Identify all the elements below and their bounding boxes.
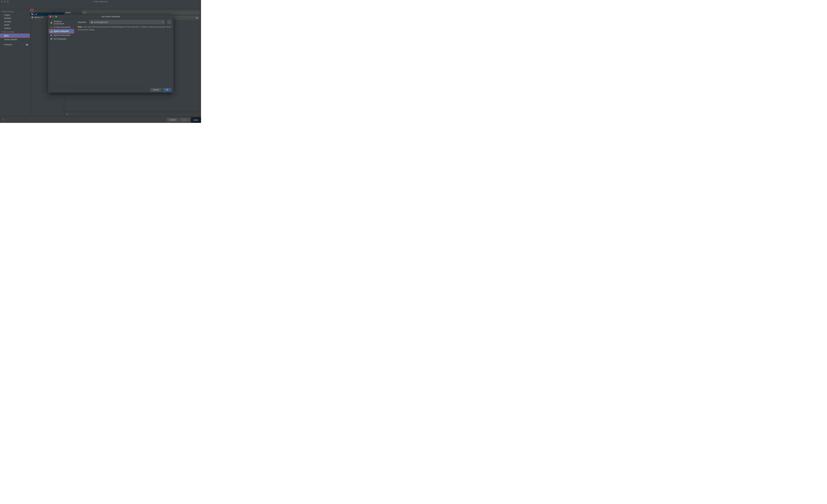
dialog-sidebar-pipenv[interactable]: Pipenv Environment [49, 34, 74, 37]
python-icon [91, 21, 93, 23]
minimize-window-icon[interactable] [4, 1, 6, 3]
help-button[interactable]: ? [2, 118, 5, 121]
close-dialog-icon[interactable] [50, 16, 51, 17]
window-title: Project Structure [94, 1, 107, 3]
watermark: 创新互联 [191, 117, 201, 123]
titlebar: Project Structure [0, 0, 201, 3]
interpreter-label: Interpreter: [78, 21, 88, 23]
sidebar-item-sdks[interactable]: SDKs [0, 34, 31, 38]
problems-badge: 2 [26, 44, 29, 46]
back-button[interactable]: ← [1, 4, 5, 8]
close-window-icon[interactable] [1, 1, 3, 3]
name-input[interactable]: 1.8 [82, 11, 200, 14]
dialog-sidebar-virtualenv[interactable]: Virtualenv Environment [49, 20, 74, 26]
sidebar-item-facets[interactable]: Facets [0, 23, 30, 27]
dialog-sidebar-system-interpreter[interactable]: System Interpreter [49, 30, 74, 33]
dialog-sidebar-label: System Interpreter [54, 30, 69, 33]
sdk-item-label: Python 2.7 [35, 16, 43, 18]
add-item-button[interactable]: + [66, 112, 69, 116]
sdk-item-label: 1.8 [35, 13, 37, 15]
sidebar-item-problems[interactable]: Problems 2 [0, 43, 30, 47]
remove-sdk-button[interactable]: − [35, 9, 38, 13]
dialog-ok-button[interactable]: OK [163, 88, 171, 92]
interpreter-type-sidebar: Virtualenv Environment Conda Environment… [48, 19, 75, 87]
dialog-sidebar-label: SSH Interpreter [54, 38, 66, 40]
sidebar-heading-platform: Platform Settings [0, 30, 30, 34]
browse-button[interactable]: … [167, 20, 171, 24]
sidebar-heading-project: Project Settings [0, 10, 30, 13]
dialog-sidebar-conda[interactable]: Conda Environment [49, 26, 74, 29]
dialog-sidebar-label: Virtualenv Environment [54, 20, 72, 25]
apply-button[interactable]: Apply [180, 118, 190, 122]
chevron-down-icon: ▼ [162, 21, 164, 23]
dialog-sidebar-label: Conda Environment [54, 26, 70, 29]
nav-toolbar: ← → [0, 3, 201, 9]
svg-point-2 [51, 27, 52, 28]
minimize-dialog-icon[interactable] [53, 16, 54, 17]
admin-note: Note: You'll need admin permissions to i… [78, 26, 172, 31]
zoom-dialog-icon[interactable] [55, 16, 57, 17]
svg-point-0 [32, 16, 32, 17]
sidebar-item-artifacts[interactable]: Artifacts [0, 27, 30, 30]
dialog-footer: ? Cancel Apply OK [0, 116, 201, 123]
sidebar-item-libraries[interactable]: Libraries [0, 20, 30, 23]
svg-point-1 [33, 18, 33, 18]
svg-rect-3 [51, 38, 53, 40]
dialog-cancel-button[interactable]: Cancel [150, 88, 161, 92]
add-sdk-button[interactable]: + [31, 9, 34, 13]
dialog-sidebar-ssh[interactable]: SSH Interpreter [49, 37, 74, 41]
interpreter-value: /usr/bin/python2.7 [94, 21, 108, 23]
python-icon [51, 21, 53, 23]
folder-icon [31, 13, 34, 15]
browse-folder-icon[interactable] [196, 17, 198, 19]
interpreter-dropdown[interactable]: /usr/bin/python2.7 ▼ [90, 20, 165, 24]
name-label: Name: [66, 11, 81, 14]
forward-button[interactable]: → [6, 4, 9, 8]
remove-item-button[interactable]: − [70, 112, 74, 116]
sidebar-item-modules[interactable]: Modules [0, 17, 30, 20]
python-icon [31, 16, 34, 18]
sidebar-item-global-libraries[interactable]: Global Libraries [0, 38, 30, 41]
zoom-window-icon[interactable] [7, 1, 9, 3]
sidebar-item-project[interactable]: Project [0, 13, 30, 17]
dialog-sidebar-label: Pipenv Environment [54, 34, 70, 37]
settings-sidebar: Project Settings Project Modules Librari… [0, 9, 30, 117]
add-python-interpreter-dialog: Add Python Interpreter Virtualenv Enviro… [48, 15, 174, 93]
cancel-button[interactable]: Cancel [167, 118, 178, 122]
pipenv-icon [51, 35, 53, 36]
python-icon [51, 30, 53, 32]
dialog-title: Add Python Interpreter [101, 15, 120, 18]
terminal-icon [51, 38, 53, 40]
dialog-titlebar: Add Python Interpreter [48, 15, 174, 19]
conda-icon [51, 26, 53, 28]
